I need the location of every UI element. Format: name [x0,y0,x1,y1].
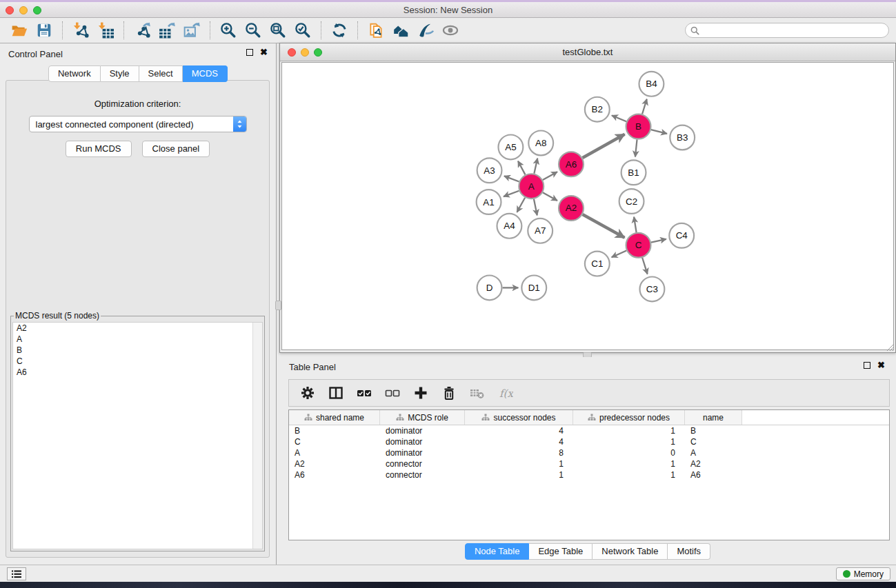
table-cell[interactable]: connector [380,458,465,469]
graph-edge-A-A8[interactable] [534,159,537,174]
graph-node-C3[interactable]: C3 [640,277,665,302]
graph-edge-C-C1[interactable] [612,250,627,257]
column-header-successor-nodes[interactable]: successor nodes [465,410,573,425]
table-cell[interactable]: connector [380,469,465,480]
graph-node-D1[interactable]: D1 [521,276,546,301]
table-cell[interactable]: C [289,436,380,447]
table-row[interactable]: A6connector11A6 [289,469,889,480]
export-image-button[interactable] [179,20,204,41]
table-cell[interactable]: 8 [465,447,573,458]
network-view-window[interactable]: testGlobe.txt B4B2BB3B1A5A8A6A3AA1A2A4A7… [279,43,896,353]
refresh-button[interactable] [327,20,352,41]
save-button[interactable] [32,20,57,41]
table-row[interactable]: Cdominator41C [289,436,889,447]
graph-edge-A6-B[interactable] [582,134,624,158]
graph-node-B1[interactable]: B1 [621,160,646,185]
table-cell[interactable]: dominator [380,447,465,458]
mcds-result-list[interactable]: A2ABCA6 [12,322,263,549]
table-cell[interactable]: 4 [465,425,573,436]
graph-edge-A2-C[interactable] [583,214,625,238]
graph-edge-A-A3[interactable] [504,176,519,181]
table-cell[interactable]: 1 [573,458,685,469]
zoom-selected-button[interactable] [290,20,315,41]
graph-node-A5[interactable]: A5 [498,134,523,159]
tab-network-table[interactable]: Network Table [593,543,668,560]
graph-edge-A-A1[interactable] [504,191,519,196]
column-header-predecessor-nodes[interactable]: predecessor nodes [573,410,685,425]
table-row[interactable]: A2connector11A2 [289,458,889,469]
tab-mcds[interactable]: MCDS [183,65,228,82]
table-row[interactable]: Bdominator41B [289,425,889,436]
tab-select[interactable]: Select [139,65,183,82]
columns-button[interactable] [328,385,344,401]
table-cell[interactable]: B [685,425,742,436]
graph-node-A8[interactable]: A8 [528,131,553,156]
graph-node-B2[interactable]: B2 [585,97,610,122]
table-cell[interactable]: C [685,436,742,447]
mcds-result-item[interactable]: C [13,356,262,367]
graph-node-A3[interactable]: A3 [477,158,502,183]
houses-button[interactable] [388,20,413,41]
memory-button[interactable]: Memory [836,567,890,580]
plus-button[interactable] [412,385,429,401]
graph-edge-A-A6[interactable] [543,172,557,180]
run-mcds-button[interactable]: Run MCDS [66,141,132,157]
mcds-result-item[interactable]: B [13,345,262,356]
table-cell[interactable]: dominator [380,425,465,436]
column-header-name[interactable]: name [685,410,742,425]
criterion-dropdown[interactable]: largest connected component (directed) [29,116,247,132]
table-cell[interactable]: 1 [465,469,573,480]
table-cell[interactable]: A2 [685,458,742,469]
column-header-shared-name[interactable]: shared name [289,410,380,425]
graph-node-C[interactable]: C [626,233,651,258]
graph-edge-B-B2[interactable] [612,115,626,121]
close-table-panel-icon[interactable]: ✖ [877,362,885,369]
graph-node-C4[interactable]: C4 [669,223,694,248]
graph-edge-B-B1[interactable] [635,139,637,156]
paint-hide-button[interactable] [413,20,438,41]
table-row[interactable]: Adominator80A [289,447,889,458]
uncheck-pair-button[interactable] [384,385,401,401]
tab-style[interactable]: Style [101,65,139,82]
table-cell[interactable]: A6 [289,469,380,480]
graph-node-B[interactable]: B [626,114,651,139]
open-folder-button[interactable] [7,20,32,41]
search-input[interactable] [699,26,888,35]
graph-edge-A-A2[interactable] [543,192,557,201]
mcds-result-item[interactable]: A2 [13,323,262,334]
zoom-out-button[interactable] [241,20,266,41]
table-cell[interactable]: 4 [465,436,573,447]
graph-edge-A-A7[interactable] [534,199,537,216]
duplicate-network-button[interactable] [364,20,388,41]
graph-node-C1[interactable]: C1 [585,252,610,276]
network-window-titlebar[interactable]: testGlobe.txt [280,43,895,61]
import-network-button[interactable] [68,20,93,41]
task-history-button[interactable] [7,567,26,580]
window-resize-grip[interactable] [886,343,895,352]
table-cell[interactable]: 1 [573,469,685,480]
gear-button[interactable] [299,385,316,401]
graph-edge-A-A4[interactable] [517,198,525,212]
export-table-button[interactable] [155,20,179,41]
zoom-fit-button[interactable] [266,20,290,41]
graph-edge-A-A5[interactable] [518,161,525,175]
graph-edge-B-B3[interactable] [651,130,667,134]
table-cell[interactable]: A6 [685,469,742,480]
table-cell[interactable]: A [289,447,380,458]
graph-node-A6[interactable]: A6 [559,152,584,176]
network-canvas[interactable]: B4B2BB3B1A5A8A6A3AA1A2A4A7C2C4CC1C3DD1 [281,62,894,350]
graph-node-C2[interactable]: C2 [619,189,644,214]
fx-button[interactable]: f(x) [497,385,514,401]
close-panel-icon[interactable]: ✖ [260,49,268,56]
float-panel-icon[interactable] [246,49,253,56]
app-titlebar[interactable]: Session: New Session [0,2,896,18]
table-delete-button[interactable] [469,385,486,401]
close-panel-button[interactable]: Close panel [142,141,210,157]
column-header-MCDS-role[interactable]: MCDS role [380,410,465,425]
import-table-button[interactable] [93,20,118,41]
mcds-result-item[interactable]: A [13,334,262,345]
graph-edge-C-C3[interactable] [642,258,647,274]
graph-node-D[interactable]: D [477,276,502,301]
check-pair-button[interactable] [356,385,372,401]
graph-node-B3[interactable]: B3 [670,125,695,150]
